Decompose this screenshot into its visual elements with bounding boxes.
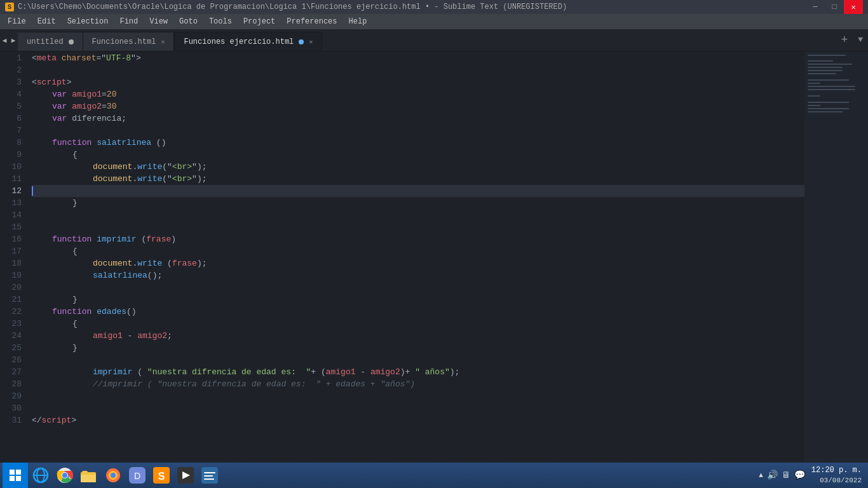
tab-untitled[interactable]: untitled <box>18 32 83 51</box>
line-num-15: 15 <box>0 221 22 233</box>
svg-point-26 <box>62 473 67 478</box>
code-editor[interactable]: <meta charset="UTF-8"> <script> var amig… <box>27 51 804 474</box>
svg-rect-8 <box>808 83 820 84</box>
taskbar-explorer-icon[interactable] <box>78 464 100 487</box>
discord-icon-svg: D <box>129 467 146 484</box>
taskbar-tray: ▲ 🔊 🖥 💬 12:20 p. m. 03/08/2022 <box>755 466 865 485</box>
code-line-5: var amigo2=30 <box>32 100 804 112</box>
line-num-13: 13 <box>0 197 22 209</box>
line-num-19: 19 <box>0 269 22 281</box>
taskbar-discord-icon[interactable]: D <box>126 464 149 487</box>
menu-file[interactable]: File <box>3 16 31 27</box>
taskbar-sublime-icon[interactable]: S <box>150 464 173 487</box>
menu-tools[interactable]: Tools <box>204 16 237 27</box>
svg-rect-10 <box>808 89 855 90</box>
svg-rect-9 <box>808 86 855 87</box>
tab-funciones-ejercicio-label: Funciones ejercicio.html <box>184 37 294 46</box>
code-line-28: //imprimir ( "nuestra difrencia de edad … <box>32 378 804 390</box>
windows-icon <box>10 470 21 481</box>
menu-view[interactable]: View <box>144 16 173 27</box>
explorer-icon-svg <box>81 468 97 482</box>
svg-rect-11 <box>808 95 820 97</box>
code-line-21: } <box>32 294 804 306</box>
menu-project[interactable]: Project <box>238 16 280 27</box>
tab-funciones-ejercicio-close[interactable]: ✕ <box>309 38 313 46</box>
line-numbers: 1 2 3 4 5 6 7 8 9 10 11 12 13 14 15 16 1… <box>0 51 27 474</box>
taskbar-chrome-icon[interactable] <box>53 464 76 487</box>
taskbar-ie-icon[interactable] <box>29 464 52 487</box>
code-line-10: document.write("<br>"); <box>32 161 804 173</box>
line-num-5: 5 <box>0 100 22 112</box>
line-num-24: 24 <box>0 330 22 342</box>
menu-preferences[interactable]: Preferences <box>281 16 342 27</box>
tab-add-button[interactable]: + <box>836 30 853 50</box>
line-num-11: 11 <box>0 173 22 185</box>
chrome-icon-svg <box>57 467 73 484</box>
line-num-27: 27 <box>0 366 22 378</box>
line-num-23: 23 <box>0 318 22 330</box>
svg-rect-5 <box>808 70 843 71</box>
svg-rect-6 <box>808 73 836 74</box>
svg-rect-3 <box>808 64 852 65</box>
code-line-15 <box>32 221 804 233</box>
tab-untitled-label: untitled <box>27 37 64 46</box>
tab-funciones-label: Funciones.html <box>92 37 156 46</box>
line-num-28: 28 <box>0 378 22 390</box>
minimap-visual <box>804 51 868 474</box>
code-line-24: amigo1 - amigo2; <box>32 330 804 342</box>
firefox-icon-svg <box>105 467 121 484</box>
tray-speaker-icon[interactable]: 🔊 <box>767 470 778 480</box>
line-num-10: 10 <box>0 161 22 173</box>
code-line-22: function edades() <box>32 306 804 318</box>
line-num-30: 30 <box>0 402 22 414</box>
title-bar: S C:\Users\Chemo\Documents\Oracle\Logica… <box>0 0 868 14</box>
tray-show-hidden[interactable]: ▲ <box>759 471 763 479</box>
line-num-3: 3 <box>0 76 22 88</box>
menu-find[interactable]: Find <box>114 16 143 27</box>
media-icon-svg <box>177 467 194 484</box>
tab-funciones[interactable]: Funciones.html ✕ <box>83 32 175 51</box>
code-line-12 <box>32 185 804 197</box>
tab-nav-right[interactable]: ▶ <box>9 29 18 51</box>
line-num-29: 29 <box>0 390 22 402</box>
line-num-16: 16 <box>0 233 22 245</box>
code-line-27: imprimir ( "nuestra difrencia de edad es… <box>32 366 804 378</box>
start-button[interactable] <box>3 463 28 488</box>
tab-expand-button[interactable]: ▼ <box>853 30 868 50</box>
code-line-31: </script> <box>32 414 804 426</box>
taskbar-app-icon[interactable] <box>198 464 221 487</box>
code-line-13: } <box>32 197 804 209</box>
svg-rect-1 <box>808 55 846 56</box>
taskbar-clock[interactable]: 12:20 p. m. 03/08/2022 <box>811 466 862 485</box>
svg-rect-0 <box>804 51 868 474</box>
code-line-25: } <box>32 342 804 354</box>
code-line-19: salatrlinea(); <box>32 269 804 281</box>
svg-rect-15 <box>808 111 843 112</box>
code-line-30 <box>32 402 804 414</box>
svg-rect-16 <box>10 470 15 475</box>
code-line-23: { <box>32 318 804 330</box>
close-button[interactable]: ✕ <box>844 0 863 14</box>
code-line-14 <box>32 209 804 221</box>
taskbar-media-icon[interactable] <box>174 464 197 487</box>
code-line-16: function imprimir (frase) <box>32 233 804 245</box>
tab-nav-left[interactable]: ◀ <box>0 29 9 51</box>
code-line-9: { <box>32 149 804 161</box>
menu-goto[interactable]: Goto <box>174 16 203 27</box>
svg-point-32 <box>111 473 116 478</box>
svg-rect-29 <box>82 471 88 473</box>
tray-network-icon[interactable]: 🖥 <box>782 470 790 480</box>
svg-rect-2 <box>808 60 833 62</box>
taskbar-firefox-icon[interactable] <box>102 464 125 487</box>
menu-help[interactable]: Help <box>344 16 372 27</box>
menu-edit[interactable]: Edit <box>32 16 61 27</box>
minimize-button[interactable]: ─ <box>806 0 825 14</box>
tray-notification-icon[interactable]: 💬 <box>794 470 805 480</box>
maximize-button[interactable]: □ <box>825 0 844 14</box>
menu-selection[interactable]: Selection <box>62 16 114 27</box>
svg-text:D: D <box>134 471 140 481</box>
taskbar-time: 12:20 p. m. <box>811 466 862 476</box>
tab-funciones-close[interactable]: ✕ <box>161 38 165 46</box>
tab-funciones-ejercicio[interactable]: Funciones ejercicio.html ✕ <box>174 32 322 51</box>
svg-rect-41 <box>204 475 213 477</box>
